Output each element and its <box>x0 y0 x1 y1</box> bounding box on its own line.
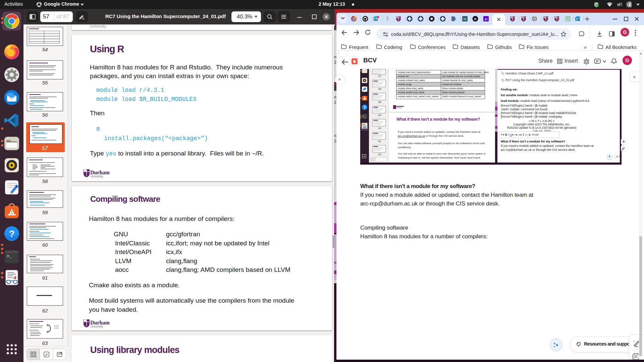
svg-text:University: University <box>91 325 103 328</box>
svg-text:R: R <box>474 17 477 21</box>
svg-text:tds: tds <box>464 18 467 20</box>
svg-text:?: ? <box>9 229 14 239</box>
svg-text:University: University <box>91 175 103 178</box>
svg-text:y!: y! <box>485 17 487 21</box>
svg-text:>_: >_ <box>7 254 12 259</box>
